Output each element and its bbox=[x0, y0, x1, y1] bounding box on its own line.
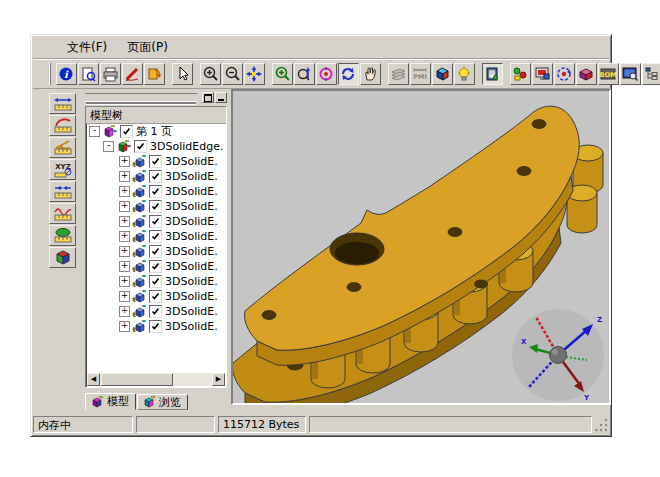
measure-length-button[interactable] bbox=[49, 93, 76, 114]
rotate-center-button[interactable] bbox=[316, 63, 337, 85]
print-preview-button[interactable] bbox=[78, 63, 99, 85]
visibility-checkbox[interactable] bbox=[149, 200, 162, 213]
panel-hide-button[interactable] bbox=[215, 92, 227, 103]
tree-row-page[interactable]: - 第 1 页 bbox=[87, 124, 225, 139]
visibility-checkbox[interactable] bbox=[149, 215, 162, 228]
panel-header bbox=[85, 91, 227, 104]
tree-row-part[interactable]: + 3DSolidE. bbox=[87, 214, 225, 229]
visibility-checkbox[interactable] bbox=[149, 305, 162, 318]
tree-row-part[interactable]: + 3DSolidE. bbox=[87, 154, 225, 169]
annotate-button[interactable] bbox=[122, 63, 143, 85]
tree-row-part[interactable]: + 3DSolidE. bbox=[87, 274, 225, 289]
tree-row-part[interactable]: + 3DSolidE. bbox=[87, 289, 225, 304]
menu-file[interactable]: 文件(F) bbox=[59, 37, 115, 58]
visibility-checkbox[interactable] bbox=[149, 260, 162, 273]
visibility-checkbox[interactable] bbox=[149, 245, 162, 258]
cube-3d-icon bbox=[434, 66, 451, 82]
bom-button[interactable]: BOM bbox=[598, 63, 619, 85]
pan-button[interactable] bbox=[244, 63, 265, 85]
tree-row-part[interactable]: + 3DSolidE. bbox=[87, 184, 225, 199]
visibility-checkbox[interactable] bbox=[149, 275, 162, 288]
visibility-checkbox[interactable] bbox=[149, 290, 162, 303]
zoom-out-button[interactable] bbox=[222, 63, 243, 85]
measure-volume-button[interactable] bbox=[49, 247, 76, 268]
box-3d-button[interactable] bbox=[576, 63, 597, 85]
expand-toggle[interactable]: + bbox=[119, 186, 130, 197]
scroll-left-button[interactable]: ◀ bbox=[87, 373, 100, 386]
info-button[interactable]: i bbox=[56, 63, 77, 85]
tree-title: 模型树 bbox=[86, 107, 226, 124]
select-button[interactable] bbox=[172, 63, 193, 85]
tree-row-part[interactable]: + 3DSolidE. bbox=[87, 259, 225, 274]
measure-coordinate-button[interactable]: XYZ bbox=[49, 159, 76, 180]
measure-area-button[interactable] bbox=[49, 225, 76, 246]
status-panel-2 bbox=[136, 416, 215, 433]
measure-volume-icon bbox=[53, 249, 73, 266]
rotate-icon bbox=[340, 66, 357, 82]
light-button[interactable] bbox=[454, 63, 475, 85]
svg-text:PMI: PMI bbox=[413, 73, 427, 81]
expand-toggle[interactable]: + bbox=[119, 306, 130, 317]
check-icon bbox=[151, 247, 160, 256]
resize-grip[interactable] bbox=[595, 416, 609, 433]
tree-row-part[interactable]: + 3DSolidE. bbox=[87, 304, 225, 319]
visibility-checkbox[interactable] bbox=[149, 230, 162, 243]
expand-toggle[interactable]: + bbox=[119, 201, 130, 212]
collapse-toggle[interactable]: - bbox=[103, 141, 114, 152]
expand-toggle[interactable]: + bbox=[119, 246, 130, 257]
scroll-thumb[interactable] bbox=[101, 373, 173, 386]
tree-row-part[interactable]: + 3DSolidE. bbox=[87, 229, 225, 244]
collapse-toggle[interactable]: - bbox=[89, 126, 100, 137]
expand-toggle[interactable]: + bbox=[119, 156, 130, 167]
expand-toggle[interactable]: + bbox=[119, 321, 130, 332]
cube-3d-button[interactable] bbox=[432, 63, 453, 85]
panel-restore-button[interactable] bbox=[202, 92, 214, 103]
visibility-checkbox[interactable] bbox=[149, 320, 162, 333]
expand-toggle[interactable]: + bbox=[119, 261, 130, 272]
measure-curve-button[interactable] bbox=[49, 203, 76, 224]
visibility-checkbox[interactable] bbox=[149, 170, 162, 183]
print-button[interactable] bbox=[100, 63, 121, 85]
visibility-checkbox[interactable] bbox=[149, 155, 162, 168]
check-icon bbox=[151, 322, 160, 331]
visibility-checkbox[interactable] bbox=[149, 185, 162, 198]
assembly-button[interactable] bbox=[510, 63, 531, 85]
expand-toggle[interactable]: + bbox=[119, 231, 130, 242]
measure-distance-button[interactable] bbox=[49, 181, 76, 202]
zoom-in-icon bbox=[202, 66, 219, 82]
rotate-button[interactable] bbox=[338, 63, 359, 85]
viewport-3d[interactable]: Z Y X bbox=[231, 89, 611, 405]
notebook-button[interactable] bbox=[482, 63, 503, 85]
scroll-right-button[interactable]: ▶ bbox=[212, 373, 225, 386]
zoom-dynamic-button[interactable] bbox=[294, 63, 315, 85]
expand-toggle[interactable]: + bbox=[119, 216, 130, 227]
panel-drag-grip[interactable] bbox=[85, 93, 197, 102]
tab-browse[interactable]: 浏览 bbox=[137, 394, 188, 410]
measure-angle-button[interactable] bbox=[49, 137, 76, 158]
visibility-checkbox[interactable] bbox=[134, 140, 147, 153]
tree-node-label: 3DSolidE. bbox=[165, 275, 218, 288]
tree-row-assembly[interactable]: - 3DSolidEdge. bbox=[87, 139, 225, 154]
tree-view-button[interactable] bbox=[642, 63, 660, 85]
expand-toggle[interactable]: + bbox=[119, 171, 130, 182]
toolbar-grip[interactable] bbox=[49, 63, 51, 85]
render-screen-button[interactable] bbox=[532, 63, 553, 85]
zoom-window-button[interactable] bbox=[272, 63, 293, 85]
expand-toggle[interactable]: + bbox=[119, 291, 130, 302]
measure-angle-icon bbox=[53, 139, 73, 156]
expand-toggle[interactable]: + bbox=[119, 276, 130, 287]
tab-label: 浏览 bbox=[159, 395, 181, 410]
tree-row-part[interactable]: + 3DSolidE. bbox=[87, 244, 225, 259]
zoom-in-button[interactable] bbox=[200, 63, 221, 85]
hand-pan-button[interactable] bbox=[360, 63, 381, 85]
export-button[interactable] bbox=[144, 63, 165, 85]
tree-row-part[interactable]: + 3DSolidE. bbox=[87, 319, 225, 334]
orbit-button[interactable] bbox=[554, 63, 575, 85]
tree-row-part[interactable]: + 3DSolidE. bbox=[87, 169, 225, 184]
menu-page[interactable]: 页面(P) bbox=[119, 37, 176, 58]
screen-preview-button[interactable] bbox=[620, 63, 641, 85]
visibility-checkbox[interactable] bbox=[120, 125, 133, 138]
measure-radius-button[interactable] bbox=[49, 115, 76, 136]
tree-row-part[interactable]: + 3DSolidE. bbox=[87, 199, 225, 214]
tab-model[interactable]: 模型 bbox=[85, 393, 136, 410]
